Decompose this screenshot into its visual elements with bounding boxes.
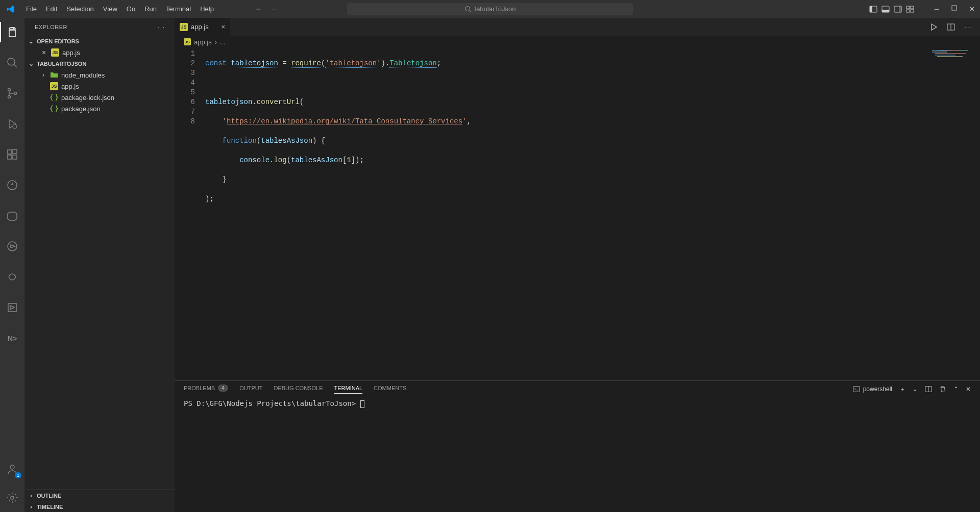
terminal-prompt: PS D:\GFG\Nodejs Projects\tabularToJson> [184, 399, 360, 407]
svg-line-14 [14, 64, 17, 67]
js-file-icon: JS [50, 82, 58, 90]
run-icon[interactable] [929, 23, 938, 31]
terminal-icon [853, 386, 860, 393]
json-file-icon [50, 93, 58, 101]
activity-run-debug[interactable] [0, 114, 24, 134]
svg-rect-3 [870, 6, 872, 12]
customize-layout-icon[interactable] [906, 5, 914, 13]
file-appjs[interactable]: JS app.js [24, 81, 175, 92]
menu-run[interactable]: Run [140, 2, 161, 16]
file-package-json[interactable]: package.json [24, 103, 175, 114]
activity-ext3[interactable] [0, 236, 24, 257]
svg-rect-9 [911, 6, 914, 9]
panel-tab-comments[interactable]: COMMENTS [374, 385, 406, 393]
tab-label: app.js [191, 23, 209, 31]
menu-terminal[interactable]: Terminal [161, 2, 195, 16]
toggle-panel-icon[interactable] [881, 5, 890, 13]
open-editor-item[interactable]: × JS app.js [24, 47, 175, 58]
close-panel-icon[interactable]: ✕ [966, 386, 971, 393]
kill-terminal-icon[interactable] [939, 386, 946, 393]
svg-point-0 [465, 6, 470, 11]
file-name: app.js [61, 83, 79, 90]
bottom-panel: PROBLEMS 4 OUTPUT DEBUG CONSOLE TERMINAL… [175, 380, 980, 512]
split-editor-icon[interactable] [947, 23, 955, 31]
activity-ext2[interactable] [0, 206, 24, 226]
breadcrumb[interactable]: JS app.js › ... [175, 36, 980, 48]
activity-source-control[interactable] [0, 83, 24, 104]
folder-node-modules[interactable]: › node_modules [24, 69, 175, 81]
outline-header[interactable]: › OUTLINE [24, 490, 175, 501]
svg-rect-5 [882, 10, 889, 12]
activity-settings[interactable] [0, 488, 24, 508]
activity-extensions[interactable] [0, 144, 24, 165]
timeline-header[interactable]: › TIMELINE [24, 501, 175, 512]
line-gutter: 1 2 3 4 5 6 7 8 [175, 48, 205, 380]
explorer-sidebar: EXPLORER ··· ⌄ OPEN EDITORS × JS app.js … [24, 18, 175, 512]
tab-appjs[interactable]: JS app.js × [175, 18, 231, 36]
maximize-icon[interactable] [951, 5, 957, 13]
activity-ext6[interactable]: N> [0, 328, 24, 348]
svg-rect-10 [906, 10, 910, 12]
panel-tabs: PROBLEMS 4 OUTPUT DEBUG CONSOLE TERMINAL… [175, 381, 980, 397]
editor-more-icon[interactable]: ··· [964, 23, 973, 31]
file-name: package.json [61, 105, 101, 113]
file-name: package-lock.json [61, 94, 114, 101]
activity-ext1[interactable] [0, 175, 24, 195]
activity-ext5[interactable] [0, 297, 24, 318]
menu-edit[interactable]: Edit [41, 2, 62, 16]
minimize-icon[interactable]: ─ [935, 5, 939, 13]
json-file-icon [50, 105, 58, 113]
split-terminal-icon[interactable] [925, 386, 932, 393]
menu-file[interactable]: File [21, 2, 41, 16]
search-text: tabularToJson [475, 5, 516, 13]
minimap[interactable] [932, 50, 973, 57]
terminal-kind[interactable]: powershell [853, 386, 892, 393]
js-file-icon: JS [180, 23, 188, 31]
activity-ext4[interactable] [0, 267, 24, 287]
close-editor-icon[interactable]: × [40, 48, 48, 57]
menu-help[interactable]: Help [195, 2, 218, 16]
toggle-sidebar-icon[interactable] [869, 5, 877, 13]
activity-explorer[interactable] [0, 22, 24, 42]
menu-selection[interactable]: Selection [62, 2, 98, 16]
svg-rect-20 [8, 155, 12, 159]
svg-rect-8 [906, 6, 910, 9]
new-terminal-icon[interactable]: ＋ [899, 385, 905, 394]
menu-view[interactable]: View [99, 2, 122, 16]
file-package-lock[interactable]: package-lock.json [24, 92, 175, 103]
activity-search[interactable] [0, 53, 24, 73]
project-header[interactable]: ⌄ TABULARTOJSON [24, 58, 175, 69]
folder-name: node_modules [61, 71, 105, 79]
panel-tab-terminal[interactable]: TERMINAL [334, 385, 362, 394]
code-editor[interactable]: 1 2 3 4 5 6 7 8 const tabletojson = requ… [175, 48, 980, 380]
accounts-badge: 1 [15, 472, 21, 478]
toggle-secondary-icon[interactable] [894, 5, 902, 13]
sidebar-header: EXPLORER ··· [24, 18, 175, 36]
svg-rect-11 [911, 10, 914, 12]
timeline-label: TIMELINE [37, 504, 63, 510]
nav-back-icon[interactable]: ← [255, 5, 262, 13]
command-center-search[interactable]: tabularToJson [347, 3, 633, 15]
panel-tab-debug[interactable]: DEBUG CONSOLE [274, 385, 323, 393]
svg-point-26 [10, 465, 14, 469]
chevron-down-icon: ⌄ [28, 60, 35, 67]
maximize-panel-icon[interactable]: ⌃ [953, 386, 959, 393]
menu-go[interactable]: Go [122, 2, 140, 16]
terminal-cursor [360, 400, 364, 408]
activity-accounts[interactable]: 1 [0, 459, 24, 479]
open-editors-header[interactable]: ⌄ OPEN EDITORS [24, 36, 175, 47]
code-content[interactable]: const tabletojson = require('tabletojson… [205, 48, 980, 380]
panel-tab-output[interactable]: OUTPUT [239, 385, 262, 393]
tab-close-icon[interactable]: × [221, 23, 225, 31]
close-window-icon[interactable]: ✕ [969, 5, 975, 13]
open-editor-filename: app.js [62, 49, 80, 57]
panel-tab-problems[interactable]: PROBLEMS 4 [184, 385, 228, 394]
vscode-logo-icon [6, 5, 15, 14]
terminal-dropdown-icon[interactable]: ⌄ [913, 386, 918, 393]
sidebar-more-icon[interactable]: ··· [158, 24, 165, 30]
js-file-icon: JS [51, 48, 59, 57]
nav-forward-icon[interactable]: → [270, 5, 277, 13]
chevron-right-icon: › [40, 71, 47, 79]
svg-rect-21 [13, 155, 17, 159]
terminal-body[interactable]: PS D:\GFG\Nodejs Projects\tabularToJson> [175, 397, 980, 512]
